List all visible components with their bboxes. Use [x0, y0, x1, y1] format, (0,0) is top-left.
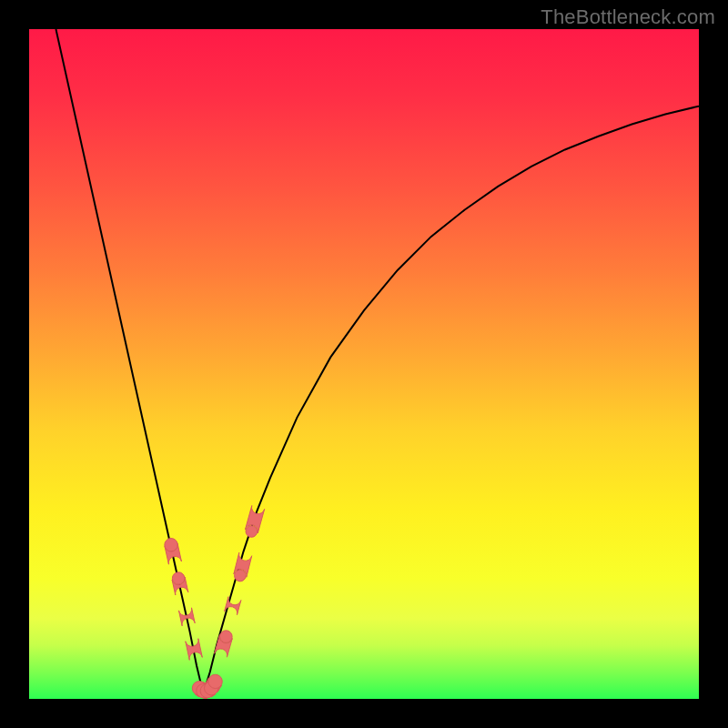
- curve-right-branch: [203, 106, 699, 693]
- marker-dot: [235, 570, 247, 581]
- marker-dot: [220, 631, 233, 643]
- marker-pill: [186, 639, 202, 661]
- plot-area: [29, 29, 699, 699]
- marker-dot: [208, 674, 222, 688]
- watermark-text: TheBottleneck.com: [541, 5, 715, 29]
- chart-svg: [29, 29, 699, 699]
- marker-dot: [172, 572, 185, 585]
- marker-dot: [246, 526, 258, 538]
- curve-left-branch: [56, 29, 203, 693]
- marker-dot: [165, 539, 177, 551]
- marker-pill: [178, 608, 195, 626]
- chart-frame: TheBottleneck.com: [0, 0, 728, 728]
